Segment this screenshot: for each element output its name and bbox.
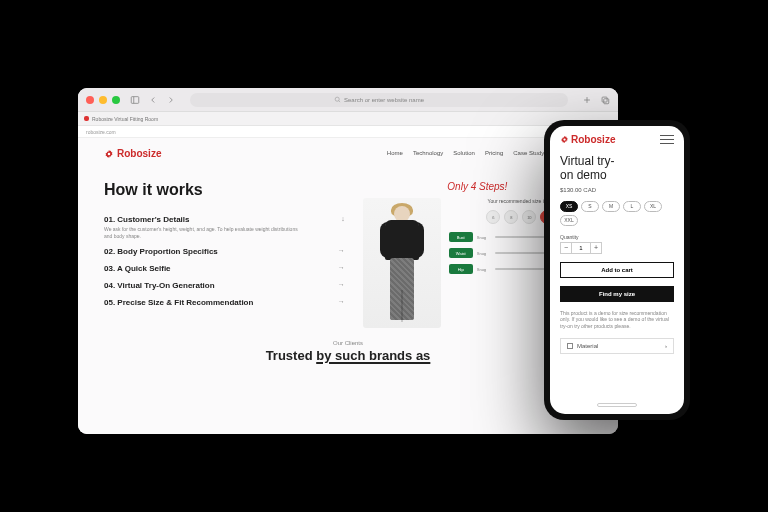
quantity-stepper: − 1 + bbox=[560, 242, 674, 254]
window-controls[interactable] bbox=[86, 96, 120, 104]
browser-chrome: Search or enter website name bbox=[78, 88, 618, 112]
step-3[interactable]: 03. A Quick Selfie → bbox=[104, 260, 345, 277]
url-bar[interactable]: robosize.com bbox=[78, 126, 618, 138]
quantity-label: Quantity bbox=[560, 234, 674, 240]
model-image bbox=[363, 198, 441, 328]
find-my-size-button[interactable]: Find my size bbox=[560, 286, 674, 302]
product-description: This product is a demo for size recommen… bbox=[560, 310, 674, 330]
size-pill[interactable]: XXL bbox=[560, 215, 578, 226]
slider-min: Snug bbox=[477, 251, 491, 256]
phone-logo[interactable]: Robosize bbox=[560, 134, 615, 145]
slider-min: Snug bbox=[477, 267, 491, 272]
step-title: 03. A Quick Selfie bbox=[104, 264, 345, 273]
svg-point-2 bbox=[335, 97, 339, 101]
svg-rect-0 bbox=[131, 96, 139, 103]
address-placeholder: Search or enter website name bbox=[344, 97, 424, 103]
step-title: 05. Precise Size & Fit Recommendation bbox=[104, 298, 345, 307]
phone-screen: Robosize Virtual try-on demo $130.00 CAD… bbox=[550, 126, 684, 414]
clients-heading: Trusted by such brands as bbox=[104, 348, 592, 363]
product-price: $130.00 CAD bbox=[560, 187, 674, 193]
back-icon[interactable] bbox=[148, 95, 158, 105]
chevron-down-icon: ↓ bbox=[341, 215, 345, 222]
step-2[interactable]: 02. Body Proportion Specifics → bbox=[104, 243, 345, 260]
svg-rect-7 bbox=[604, 98, 609, 103]
add-to-cart-button[interactable]: Add to cart bbox=[560, 262, 674, 278]
arrow-right-icon: → bbox=[338, 264, 345, 271]
home-indicator[interactable] bbox=[597, 403, 637, 407]
step-title: 04. Virtual Try-On Generation bbox=[104, 281, 345, 290]
clients-label: Our Clients bbox=[104, 340, 592, 346]
close-icon[interactable] bbox=[86, 96, 94, 104]
step-5[interactable]: 05. Precise Size & Fit Recommendation → bbox=[104, 294, 345, 311]
qty-decrement-button[interactable]: − bbox=[560, 242, 572, 254]
maximize-icon[interactable] bbox=[112, 96, 120, 104]
size-pill[interactable]: L bbox=[623, 201, 641, 212]
size-pill[interactable]: S bbox=[581, 201, 599, 212]
material-accordion[interactable]: Material › bbox=[560, 338, 674, 354]
size-options: XS S M L XL XXL bbox=[560, 201, 674, 226]
arrow-right-icon: → bbox=[338, 247, 345, 254]
step-title: 01. Customer's Details bbox=[104, 215, 345, 224]
gear-icon bbox=[104, 149, 114, 159]
clients-section: Our Clients Trusted by such brands as bbox=[104, 340, 592, 363]
step-1[interactable]: 01. Customer's Details We ask for the cu… bbox=[104, 211, 345, 243]
step-title: 02. Body Proportion Specifics bbox=[104, 247, 345, 256]
new-tab-icon[interactable] bbox=[582, 95, 592, 105]
size-option[interactable]: 10 bbox=[522, 210, 536, 224]
svg-rect-6 bbox=[602, 97, 607, 102]
sidebar-toggle-icon[interactable] bbox=[130, 95, 140, 105]
tab-title[interactable]: Robosize Virtual Fitting Room bbox=[92, 116, 158, 122]
size-option[interactable]: 8 bbox=[504, 210, 518, 224]
phone-brand-text: Robosize bbox=[571, 134, 615, 145]
arrow-right-icon: → bbox=[338, 281, 345, 288]
qty-value: 1 bbox=[572, 242, 590, 254]
product-title: Virtual try-on demo bbox=[560, 155, 674, 183]
svg-line-3 bbox=[339, 101, 340, 102]
slider-label: Waist bbox=[449, 248, 473, 258]
slider-min: Snug bbox=[477, 235, 491, 240]
how-it-works-section: How it works 01. Customer's Details We a… bbox=[104, 181, 345, 328]
size-pill[interactable]: XL bbox=[644, 201, 662, 212]
nav-home[interactable]: Home bbox=[387, 150, 403, 156]
search-icon bbox=[334, 96, 341, 103]
arrow-right-icon: → bbox=[338, 298, 345, 305]
tabs-overview-icon[interactable] bbox=[600, 95, 610, 105]
desktop-browser-window: Search or enter website name Robosize Vi… bbox=[78, 88, 618, 434]
slider-label: Bust bbox=[449, 232, 473, 242]
svg-point-8 bbox=[108, 152, 111, 155]
nav-technology[interactable]: Technology bbox=[413, 150, 443, 156]
url-text: robosize.com bbox=[86, 129, 116, 135]
nav-case-study[interactable]: Case Study bbox=[513, 150, 544, 156]
size-option[interactable]: 6 bbox=[486, 210, 500, 224]
size-pill-selected[interactable]: XS bbox=[560, 201, 578, 212]
gear-icon bbox=[560, 135, 569, 144]
tab-bar: Robosize Virtual Fitting Room bbox=[78, 112, 618, 126]
step-4[interactable]: 04. Virtual Try-On Generation → bbox=[104, 277, 345, 294]
forward-icon[interactable] bbox=[166, 95, 176, 105]
brand-text: Robosize bbox=[117, 148, 161, 159]
address-bar[interactable]: Search or enter website name bbox=[190, 93, 568, 107]
nav-solution[interactable]: Solution bbox=[453, 150, 475, 156]
phone-mockup: Robosize Virtual try-on demo $130.00 CAD… bbox=[544, 120, 690, 420]
page-content: Robosize Home Technology Solution Pricin… bbox=[78, 138, 618, 434]
chevron-right-icon: › bbox=[665, 343, 667, 349]
menu-icon[interactable] bbox=[660, 135, 674, 145]
nav-pricing[interactable]: Pricing bbox=[485, 150, 503, 156]
step-subtitle: We ask for the customer's height, weight… bbox=[104, 226, 304, 239]
phone-home-bar bbox=[550, 396, 684, 414]
slider-label: Hip bbox=[449, 264, 473, 274]
svg-point-9 bbox=[563, 138, 565, 140]
tab-favicon bbox=[84, 116, 89, 121]
size-pill[interactable]: M bbox=[602, 201, 620, 212]
qty-increment-button[interactable]: + bbox=[590, 242, 602, 254]
box-icon bbox=[567, 343, 573, 349]
minimize-icon[interactable] bbox=[99, 96, 107, 104]
how-heading: How it works bbox=[104, 181, 345, 199]
